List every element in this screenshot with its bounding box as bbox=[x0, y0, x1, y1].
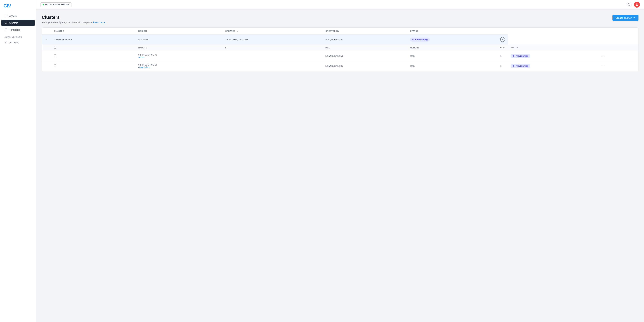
cluster-created-by-cell: fred@kubefirst.io bbox=[323, 35, 407, 44]
sidebar-item-api-keys-label: API keys bbox=[9, 41, 19, 44]
node-1-memory-cell: 1980 bbox=[407, 61, 498, 71]
sidebar: CIV Assets Clusters bbox=[0, 0, 36, 322]
provisioning-spin-icon: ↻ bbox=[412, 38, 414, 41]
svg-point-5 bbox=[6, 22, 6, 22]
page-header-left: Clusters Manage and configure your clust… bbox=[42, 15, 105, 24]
col-memory-label: MEMORY bbox=[410, 47, 419, 49]
nodes-header-row: NAME ▲ IP MAC MEMORY CPU bbox=[42, 44, 638, 51]
cluster-status-cell: ↻ Provisioning bbox=[407, 35, 498, 44]
node-1-checkbox[interactable] bbox=[54, 64, 56, 67]
select-all-checkbox[interactable] bbox=[54, 46, 56, 48]
svg-point-15 bbox=[5, 42, 6, 43]
node-0-mac: 52:54:00:04:01:73 bbox=[326, 55, 344, 57]
cluster-add-cell bbox=[498, 35, 508, 44]
svg-point-4 bbox=[6, 22, 6, 23]
cluster-status-label: Provisioning bbox=[415, 38, 428, 41]
nested-checkbox-cell bbox=[51, 44, 136, 51]
svg-line-9 bbox=[6, 23, 7, 23]
page-title: Clusters bbox=[42, 15, 105, 20]
col-created[interactable]: CREATED ▼ bbox=[222, 28, 323, 35]
cluster-created-by: fred@kubefirst.io bbox=[326, 38, 343, 41]
chevron-down-icon bbox=[633, 16, 636, 19]
node-0-spin-icon: ↻ bbox=[513, 55, 514, 57]
sidebar-item-templates[interactable]: Templates bbox=[2, 26, 35, 33]
col-region: REGION bbox=[136, 28, 222, 35]
sort-icon: ▼ bbox=[237, 30, 238, 32]
node-0-menu-button[interactable]: ··· bbox=[601, 54, 606, 58]
col-cpu-label: CPU bbox=[500, 47, 504, 49]
node-0-status-cell: ↻ Provisioning bbox=[508, 51, 598, 61]
cluster-icon bbox=[4, 21, 8, 24]
node-1-cpu: 1 bbox=[500, 65, 502, 67]
admin-settings-section: ADMIN SETTINGS bbox=[0, 34, 36, 39]
node-0-spacer bbox=[42, 51, 51, 61]
node-row-1: 52-54-00-04-01-1d control plane 52:54:00… bbox=[42, 61, 638, 71]
col-cluster-label: CLUSTER bbox=[54, 30, 64, 32]
node-0-actions-cell: ··· bbox=[598, 51, 638, 61]
create-cluster-button[interactable]: Create cluster bbox=[612, 15, 638, 21]
node-1-menu-button[interactable]: ··· bbox=[601, 64, 606, 68]
help-button[interactable] bbox=[626, 2, 632, 8]
col-node-status-label: STATUS bbox=[510, 46, 518, 48]
col-actions bbox=[498, 28, 508, 35]
name-sort-icon: ▲ bbox=[146, 47, 148, 49]
file-icon bbox=[4, 28, 8, 31]
subtitle-text: Manage and configure your clusters in on… bbox=[42, 21, 92, 24]
cluster-region-cell: fred-can1 bbox=[136, 35, 222, 44]
node-0-name-cell: 52-54-00-04-01-73 worker bbox=[136, 51, 222, 61]
node-0-id: 52-54-00-04-01-73 bbox=[138, 54, 220, 56]
node-0-role[interactable]: worker bbox=[138, 56, 220, 58]
cluster-row: CivoStack cluster fred-can1 29 Jul 2024,… bbox=[42, 35, 638, 44]
logo-text: CIV bbox=[4, 3, 11, 8]
col-status: STATUS bbox=[407, 28, 498, 35]
add-node-button[interactable] bbox=[500, 37, 505, 42]
col-created-by-label: CREATED BY bbox=[326, 30, 340, 32]
page-subtitle: Manage and configure your clusters in on… bbox=[42, 21, 105, 24]
node-1-memory: 1980 bbox=[410, 65, 415, 67]
sidebar-item-api-keys[interactable]: API keys bbox=[2, 39, 35, 46]
node-row-0: 52-54-00-04-01-73 worker 52:54:00:04:01:… bbox=[42, 51, 638, 61]
col-node-status-header: STATUS bbox=[508, 44, 598, 51]
key-icon bbox=[4, 41, 8, 44]
clusters-table-body: CivoStack cluster fred-can1 29 Jul 2024,… bbox=[42, 35, 638, 71]
node-1-id: 52-54-00-04-01-1d bbox=[138, 64, 220, 66]
topbar: DATA CENTER ONLINE bbox=[36, 0, 644, 10]
main-area: DATA CENTER ONLINE Clusters Manage and c… bbox=[36, 0, 644, 322]
expand-button[interactable] bbox=[45, 38, 48, 41]
col-mac-header: MAC bbox=[323, 44, 407, 51]
svg-rect-0 bbox=[5, 15, 6, 16]
cluster-name-cell: CivoStack cluster bbox=[51, 35, 136, 44]
node-0-status-label: Provisioning bbox=[516, 55, 528, 57]
clusters-table-container: CLUSTER REGION CREATED ▼ CREATED BY STAT… bbox=[42, 28, 638, 71]
node-0-ip-cell bbox=[222, 51, 323, 61]
node-0-memory: 1980 bbox=[410, 55, 415, 57]
col-cluster: CLUSTER bbox=[51, 28, 136, 35]
sidebar-item-assets-label: Assets bbox=[9, 15, 16, 18]
col-status-label: STATUS bbox=[410, 30, 418, 32]
node-0-memory-cell: 1980 bbox=[407, 51, 498, 61]
col-expand bbox=[42, 28, 51, 35]
sidebar-item-assets[interactable]: Assets bbox=[2, 13, 35, 19]
svg-rect-3 bbox=[6, 16, 7, 17]
node-1-spacer bbox=[42, 61, 51, 71]
node-1-status-cell: ↻ Provisioning bbox=[508, 61, 598, 71]
node-0-checkbox[interactable] bbox=[54, 54, 56, 57]
cluster-created: 29 Jul 2024, 17:07:40 bbox=[225, 38, 248, 41]
node-1-status-label: Provisioning bbox=[516, 65, 528, 67]
sidebar-item-clusters[interactable]: Clusters bbox=[2, 20, 35, 26]
grid-icon bbox=[4, 14, 8, 18]
col-memory-header: MEMORY bbox=[407, 44, 498, 51]
node-1-cpu-cell: 1 bbox=[498, 61, 508, 71]
cluster-name: CivoStack cluster bbox=[54, 38, 72, 41]
learn-more-link[interactable]: Learn more bbox=[93, 21, 105, 24]
col-region-label: REGION bbox=[138, 30, 147, 32]
clusters-table: CLUSTER REGION CREATED ▼ CREATED BY STAT… bbox=[42, 28, 638, 71]
node-1-role[interactable]: control plane bbox=[138, 66, 220, 68]
node-1-ip-cell bbox=[222, 61, 323, 71]
col-created-label: CREATED bbox=[225, 30, 236, 32]
node-1-spin-icon: ↻ bbox=[513, 65, 514, 67]
sidebar-item-templates-label: Templates bbox=[9, 28, 20, 31]
avatar[interactable] bbox=[634, 2, 640, 8]
svg-line-10 bbox=[5, 23, 6, 23]
col-cpu-header: CPU bbox=[498, 44, 508, 51]
